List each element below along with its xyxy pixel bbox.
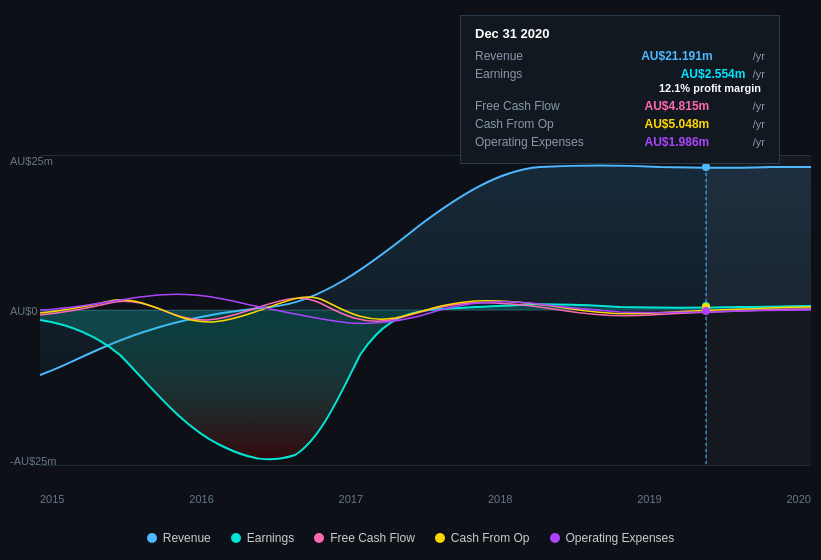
tooltip-unit-fcf: /yr xyxy=(753,100,765,112)
x-label-2016: 2016 xyxy=(189,493,213,505)
legend-label-fcf: Free Cash Flow xyxy=(330,531,415,545)
legend-item-revenue[interactable]: Revenue xyxy=(147,531,211,545)
tooltip-row-cfo: Cash From Op AU$5.048m /yr xyxy=(475,117,765,131)
x-label-2017: 2017 xyxy=(339,493,363,505)
legend-item-cfo[interactable]: Cash From Op xyxy=(435,531,530,545)
x-label-2020: 2020 xyxy=(786,493,810,505)
tooltip-date: Dec 31 2020 xyxy=(475,26,765,41)
tooltip-unit-opex: /yr xyxy=(753,136,765,148)
legend-dot-earnings xyxy=(231,533,241,543)
legend: Revenue Earnings Free Cash Flow Cash Fro… xyxy=(0,531,821,545)
grid-line-bot xyxy=(40,465,811,466)
x-axis: 2015 2016 2017 2018 2019 2020 xyxy=(40,493,811,505)
legend-label-earnings: Earnings xyxy=(247,531,294,545)
dot-revenue xyxy=(702,163,710,171)
tooltip-label-cfo: Cash From Op xyxy=(475,117,605,131)
earnings-area xyxy=(40,304,811,459)
y-label-mid: AU$0 xyxy=(10,305,38,317)
tooltip-unit-revenue: /yr xyxy=(753,50,765,62)
chart-container: Dec 31 2020 Revenue AU$21.191m /yr Earni… xyxy=(0,0,821,560)
legend-dot-fcf xyxy=(314,533,324,543)
legend-item-opex[interactable]: Operating Expenses xyxy=(550,531,675,545)
tooltip-box: Dec 31 2020 Revenue AU$21.191m /yr Earni… xyxy=(460,15,780,164)
legend-dot-revenue xyxy=(147,533,157,543)
tooltip-row-opex: Operating Expenses AU$1.986m /yr xyxy=(475,135,765,149)
tooltip-row-revenue: Revenue AU$21.191m /yr xyxy=(475,49,765,63)
tooltip-value-revenue: AU$21.191m xyxy=(641,49,712,63)
tooltip-row-earnings: Earnings AU$2.554m /yr 12.1% profit marg… xyxy=(475,67,765,95)
legend-label-revenue: Revenue xyxy=(163,531,211,545)
x-label-2019: 2019 xyxy=(637,493,661,505)
legend-item-earnings[interactable]: Earnings xyxy=(231,531,294,545)
tooltip-value-earnings: AU$2.554m xyxy=(681,67,746,81)
x-label-2015: 2015 xyxy=(40,493,64,505)
tooltip-label-fcf: Free Cash Flow xyxy=(475,99,605,113)
tooltip-value-opex: AU$1.986m xyxy=(645,135,710,149)
tooltip-label-opex: Operating Expenses xyxy=(475,135,605,149)
legend-label-opex: Operating Expenses xyxy=(566,531,675,545)
tooltip-profit-margin: 12.1% profit margin xyxy=(659,82,761,94)
legend-item-fcf[interactable]: Free Cash Flow xyxy=(314,531,415,545)
tooltip-value-fcf: AU$4.815m xyxy=(645,99,710,113)
tooltip-unit-earnings: /yr xyxy=(753,68,765,80)
tooltip-value-cfo: AU$5.048m xyxy=(645,117,710,131)
x-label-2018: 2018 xyxy=(488,493,512,505)
tooltip-label-earnings: Earnings xyxy=(475,67,605,81)
tooltip-row-fcf: Free Cash Flow AU$4.815m /yr xyxy=(475,99,765,113)
tooltip-unit-cfo: /yr xyxy=(753,118,765,130)
legend-dot-cfo xyxy=(435,533,445,543)
legend-label-cfo: Cash From Op xyxy=(451,531,530,545)
legend-dot-opex xyxy=(550,533,560,543)
tooltip-label-revenue: Revenue xyxy=(475,49,605,63)
chart-svg xyxy=(40,155,811,465)
dot-opex xyxy=(702,307,710,315)
